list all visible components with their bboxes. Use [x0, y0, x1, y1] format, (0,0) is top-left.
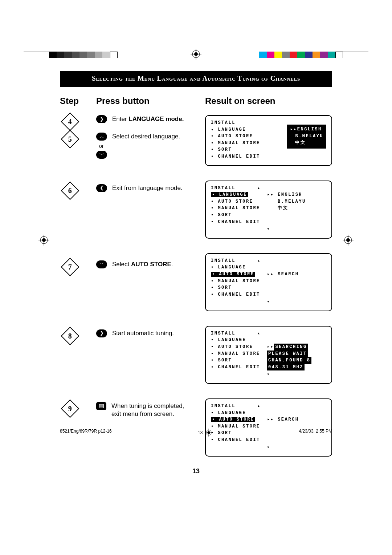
step-8-group: 8 ❯ Start automatic tuning. INSTALL▴ • L… [60, 326, 332, 384]
section-title: Selecting the Menu Language and Automati… [60, 71, 332, 87]
header-press: Press button [96, 96, 205, 106]
header-step: Step [60, 96, 96, 106]
step-9-group: 9 When tuning is completed, exit menu fr… [60, 398, 332, 457]
footer-right: 4/23/03, 2:55 PM [299, 429, 332, 437]
step6-text: Exit from language mode. [112, 184, 183, 192]
step-diamond-4: 4 [61, 113, 79, 131]
right-arrow-button-8: ❯ [96, 329, 107, 337]
step-7-group: 7 ﹀ Select AUTO STORE. INSTALL▴ • LANGUA… [60, 253, 332, 311]
title-text: Selecting the Menu Language and Automati… [92, 74, 300, 82]
step-diamond-6: 6 [61, 181, 79, 200]
osd-screen-2: INSTALL▴ • LANGUAGE▸▸ ENGLISH • AUTO STO… [205, 181, 332, 239]
osd-screen-5: INSTALL▴ • LANGUAGE • AUTO STORE▸▸ SEARC… [205, 398, 332, 457]
right-arrow-button: ❯ [96, 115, 107, 123]
down-arrow-button: ﹀ [96, 151, 107, 159]
step-6-group: 6 ❮ Exit from language mode. INSTALL▴ • … [60, 181, 332, 239]
down-arrow-button-7: ﹀ [96, 260, 107, 268]
osd-screen-1: INSTALL ◂ LANGUAGE • AUTO STORE • MANUAL… [205, 115, 332, 166]
registration-mark-left [38, 235, 49, 246]
page-number: 13 [60, 467, 332, 475]
steps-4-5-group: 4 ❯ Enter LANGUAGE mode. 5 ︿ Select desi… [60, 115, 332, 166]
registration-mark-footer [205, 429, 213, 437]
step4-text: Enter LANGUAGE mode. [112, 115, 184, 123]
osd-screen-4: INSTALL▴ • LANGUAGE • AUTO STORE▸▸SEARCH… [205, 326, 332, 384]
step7-text: Select AUTO STORE. [112, 260, 173, 268]
left-arrow-button: ❮ [96, 184, 107, 192]
footer-center: 13 [198, 429, 213, 437]
step-diamond-7: 7 [61, 258, 79, 276]
step-diamond-5: 5 [61, 130, 79, 149]
footer-left: 8521/Eng/69R/79R p12-16 [60, 429, 112, 437]
print-footer: 8521/Eng/69R/79R p12-16 13 4/23/03, 2:55… [60, 429, 332, 437]
page-content: Selecting the Menu Language and Automati… [60, 71, 332, 475]
menu-exit-button [96, 402, 106, 410]
registration-mark-top [191, 49, 201, 60]
step-diamond-9: 9 [61, 400, 79, 418]
or-label: or [99, 143, 205, 149]
step8-text: Start automatic tuning. [112, 329, 174, 337]
step9-text: When tuning is completed, exit menu from… [111, 402, 184, 418]
step-diamond-8: 8 [61, 327, 79, 345]
registration-mark-right [343, 235, 354, 246]
step5-text: Select desired language. [112, 133, 180, 141]
osd-screen-3: INSTALL▴ • LANGUAGE • AUTO STORE▸▸ SEARC… [205, 253, 332, 311]
column-headers: Step Press button Result on screen [60, 96, 332, 106]
header-result: Result on screen [205, 96, 332, 106]
up-arrow-button: ︿ [96, 133, 107, 141]
svg-rect-12 [99, 404, 103, 408]
